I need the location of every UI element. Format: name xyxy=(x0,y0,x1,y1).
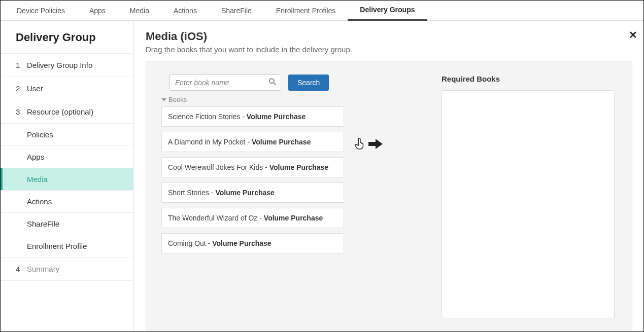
tab-delivery-groups[interactable]: Delivery Groups xyxy=(348,1,427,21)
book-suffix: Volume Purchase xyxy=(215,189,274,197)
step-number: 2 xyxy=(16,84,27,93)
search-row: Search xyxy=(161,75,344,91)
page-subtitle: Drag the books that you want to include … xyxy=(146,45,632,54)
required-books-dropzone[interactable] xyxy=(442,90,615,318)
step-summary[interactable]: 4 Summary xyxy=(1,257,133,281)
book-title: Science Fiction Stories xyxy=(168,113,240,121)
substep-enrollment-profile[interactable]: Enrollment Profile xyxy=(1,235,133,257)
book-item[interactable]: A Diamond in My Pocket - Volume Purchase xyxy=(161,132,344,152)
page-title: Media (iOS) xyxy=(146,30,632,43)
substep-label: Media xyxy=(27,175,48,183)
tab-apps[interactable]: Apps xyxy=(77,1,118,21)
arrow-right-icon xyxy=(368,139,383,151)
media-panel: Search Books Science Fiction Stories - V… xyxy=(146,61,632,331)
book-suffix: Volume Purchase xyxy=(212,239,271,247)
substep-media[interactable]: Media xyxy=(1,168,133,191)
step-label: Summary xyxy=(27,265,59,273)
close-button[interactable]: ✕ xyxy=(629,30,637,40)
substep-label: Policies xyxy=(27,130,53,139)
step-number: 1 xyxy=(16,61,27,69)
substep-apps[interactable]: Apps xyxy=(1,146,133,168)
book-title: Short Stories xyxy=(168,189,209,197)
search-field-wrapper xyxy=(170,75,281,91)
substep-label: ShareFile xyxy=(27,219,59,228)
sidebar-title: Delivery Group xyxy=(1,21,133,54)
search-input[interactable] xyxy=(170,75,281,91)
substep-label: Actions xyxy=(27,197,52,206)
substep-actions[interactable]: Actions xyxy=(1,191,133,213)
books-group-header[interactable]: Books xyxy=(161,96,344,103)
step-number: 4 xyxy=(16,265,27,273)
available-books-column: Search Books Science Fiction Stories - V… xyxy=(161,75,344,318)
tab-media[interactable]: Media xyxy=(118,1,161,21)
book-item[interactable]: The Wonderful Wizard of Oz - Volume Purc… xyxy=(161,208,344,228)
book-item[interactable]: Short Stories - Volume Purchase xyxy=(161,182,344,203)
step-user[interactable]: 2 User xyxy=(1,77,133,100)
book-suffix: Volume Purchase xyxy=(264,214,323,222)
books-group-label: Books xyxy=(168,96,187,103)
svg-rect-2 xyxy=(368,142,376,146)
substep-sharefile[interactable]: ShareFile xyxy=(1,213,133,235)
substep-label: Enrollment Profile xyxy=(27,242,87,250)
wizard-sidebar: Delivery Group 1 Delivery Group Info 2 U… xyxy=(1,21,133,331)
content-area: Media (iOS) Drag the books that you want… xyxy=(133,21,643,331)
book-item[interactable]: Coming Out - Volume Purchase xyxy=(161,233,344,253)
step-label: User xyxy=(27,84,43,93)
required-books-column: Required Books xyxy=(442,75,617,318)
svg-marker-3 xyxy=(376,139,383,149)
search-button[interactable]: Search xyxy=(288,75,329,91)
drag-hint xyxy=(354,137,383,153)
book-title: Cool Werewolf Jokes For Kids xyxy=(168,163,263,171)
required-books-title: Required Books xyxy=(442,75,615,83)
top-nav: Device Policies Apps Media Actions Share… xyxy=(1,1,643,21)
tab-device-policies[interactable]: Device Policies xyxy=(5,1,77,21)
book-title: Coming Out xyxy=(168,239,206,247)
book-item[interactable]: Cool Werewolf Jokes For Kids - Volume Pu… xyxy=(161,157,344,177)
step-delivery-group-info[interactable]: 1 Delivery Group Info xyxy=(1,54,133,77)
hand-pointer-icon xyxy=(354,137,365,153)
book-title: The Wonderful Wizard of Oz xyxy=(168,214,257,222)
book-suffix: Volume Purchase xyxy=(252,138,311,146)
book-suffix: Volume Purchase xyxy=(247,113,306,121)
step-number: 3 xyxy=(16,107,27,116)
step-label: Resource (optional) xyxy=(27,107,93,116)
step-label: Delivery Group Info xyxy=(27,61,92,69)
book-suffix: Volume Purchase xyxy=(269,163,328,171)
caret-down-icon xyxy=(161,98,166,101)
step-resource[interactable]: 3 Resource (optional) xyxy=(1,100,133,124)
tab-actions[interactable]: Actions xyxy=(161,1,209,21)
substep-label: Apps xyxy=(27,153,44,161)
tab-sharefile[interactable]: ShareFile xyxy=(209,1,264,21)
tab-enrollment-profiles[interactable]: Enrollment Profiles xyxy=(264,1,348,21)
substep-policies[interactable]: Policies xyxy=(1,124,133,146)
book-item[interactable]: Science Fiction Stories - Volume Purchas… xyxy=(161,106,344,127)
book-title: A Diamond in My Pocket xyxy=(168,138,246,146)
